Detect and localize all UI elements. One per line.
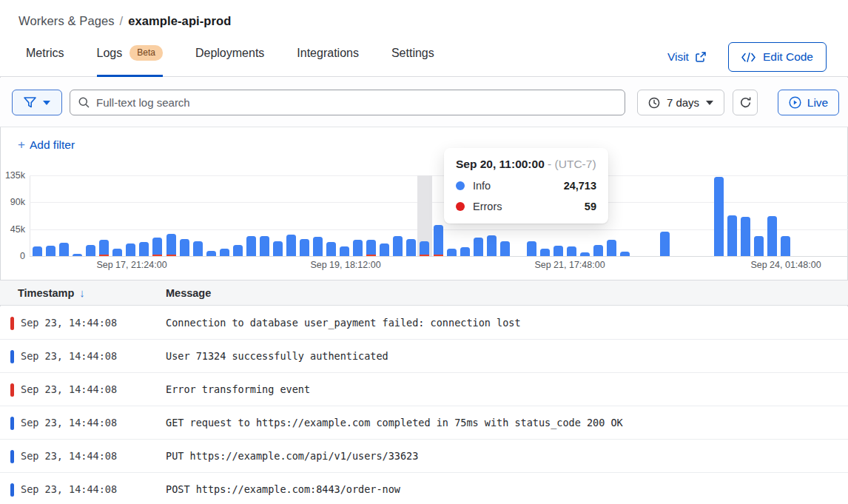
chart-bar[interactable] <box>553 246 563 256</box>
bar-errors-segment <box>434 255 443 256</box>
chart-bar[interactable] <box>99 240 109 256</box>
chart-bar[interactable] <box>420 241 429 256</box>
chart-bar[interactable] <box>474 238 483 256</box>
chart-bar[interactable] <box>139 242 149 256</box>
chart-bar[interactable] <box>152 238 162 256</box>
tab-deployments[interactable]: Deployments <box>195 45 264 77</box>
chart-bar[interactable] <box>487 235 497 256</box>
refresh-icon <box>739 96 752 109</box>
chart-bar[interactable] <box>767 216 777 256</box>
chart-tooltip: Sep 20, 11:00:00 - (UTC-7) Info 24,713 E… <box>444 148 608 224</box>
chart-bar[interactable] <box>246 236 256 256</box>
chart-bar[interactable] <box>447 249 457 256</box>
header-actions: Visit Edit Code <box>667 42 827 72</box>
filter-menu-button[interactable] <box>12 90 62 115</box>
bar-errors-segment <box>152 255 162 256</box>
live-button[interactable]: Live <box>778 90 839 115</box>
chart-bar[interactable] <box>313 237 323 256</box>
code-icon <box>741 53 756 62</box>
chart-bar[interactable] <box>326 242 336 256</box>
chart-bar[interactable] <box>567 246 576 256</box>
bar-info-segment <box>380 243 389 256</box>
chart-bar[interactable] <box>527 241 536 256</box>
chart-bar[interactable] <box>741 217 750 256</box>
visit-link[interactable]: Visit <box>667 50 706 64</box>
chart-bar[interactable] <box>366 240 376 256</box>
chart-bar[interactable] <box>593 245 603 256</box>
table-row[interactable]: Sep 23, 14:44:08 Connection to database … <box>0 306 848 340</box>
table-row[interactable]: Sep 23, 14:44:08 POST https://example.co… <box>0 473 848 504</box>
breadcrumb-root[interactable]: Workers & Pages <box>18 14 115 27</box>
plus-icon: + <box>18 138 25 152</box>
bar-errors-segment <box>366 255 376 256</box>
filter-bar: 7 days Live <box>0 78 848 127</box>
tooltip-timestamp: Sep 20, 11:00:00 <box>456 158 545 170</box>
chart-bar[interactable] <box>781 236 790 256</box>
table-row[interactable]: Sep 23, 14:44:08 User 71324 successfully… <box>0 340 848 373</box>
chart-bar[interactable] <box>300 239 309 256</box>
edit-code-button[interactable]: Edit Code <box>728 42 827 72</box>
chart-bar[interactable] <box>206 251 216 256</box>
table-row[interactable]: Sep 23, 14:44:08 PUT https://example.com… <box>0 440 848 473</box>
time-range-dropdown[interactable]: 7 days <box>637 90 724 115</box>
bar-info-segment <box>246 236 256 256</box>
chart-bar[interactable] <box>727 215 737 256</box>
chart-bar[interactable] <box>660 232 670 256</box>
chart-bar[interactable] <box>714 177 724 256</box>
search-box[interactable] <box>70 90 625 115</box>
severity-indicator <box>10 317 14 330</box>
chart-bar[interactable] <box>393 236 403 256</box>
refresh-button[interactable] <box>733 90 758 115</box>
tab-metrics[interactable]: Metrics <box>26 45 64 77</box>
chart-bar[interactable] <box>59 243 69 256</box>
chart-bar[interactable] <box>193 241 203 256</box>
chart-bar[interactable] <box>220 249 229 256</box>
column-header-timestamp[interactable]: Timestamp↓ <box>18 280 85 306</box>
chart-bar[interactable] <box>380 243 389 256</box>
chart-bar[interactable] <box>166 234 176 256</box>
chart-bar[interactable] <box>460 247 470 256</box>
bar-info-segment <box>593 245 603 256</box>
chart-bar[interactable] <box>754 236 764 256</box>
log-timestamp: Sep 23, 14:44:08 <box>21 373 117 406</box>
chart-bar[interactable] <box>180 239 189 256</box>
log-timestamp: Sep 23, 14:44:08 <box>21 473 117 504</box>
chart-bar[interactable] <box>353 240 363 256</box>
table-row[interactable]: Sep 23, 14:44:08 Error transforming even… <box>0 373 848 406</box>
bar-info-segment <box>607 240 616 256</box>
x-axis-line <box>30 256 848 257</box>
chart-bar[interactable] <box>607 240 616 256</box>
chart-bar[interactable] <box>434 225 443 256</box>
chart-bar[interactable] <box>46 246 55 256</box>
chart-bar[interactable] <box>620 252 630 256</box>
bar-info-segment <box>767 216 777 256</box>
tab-logs[interactable]: Logs Beta <box>97 45 163 77</box>
tab-integrations[interactable]: Integrations <box>297 45 359 77</box>
chart-bar[interactable] <box>540 249 550 256</box>
chart-bar[interactable] <box>112 249 122 256</box>
bar-info-segment <box>340 246 349 256</box>
chart-bar[interactable] <box>260 236 269 256</box>
column-header-message[interactable]: Message <box>166 280 211 306</box>
chart-bar[interactable] <box>273 241 283 256</box>
tab-settings[interactable]: Settings <box>391 45 434 77</box>
chart-bar[interactable] <box>86 245 95 256</box>
chart-bar[interactable] <box>580 252 590 256</box>
chart-bar[interactable] <box>33 246 42 256</box>
bar-info-segment <box>567 246 576 256</box>
tooltip-title: Sep 20, 11:00:00 - (UTC-7) <box>456 158 596 171</box>
x-axis-tick-label: Sep 21, 17:48:00 <box>534 260 605 270</box>
chart-bar[interactable] <box>286 235 296 256</box>
chart-bar[interactable] <box>500 241 510 256</box>
timestamp-column-label: Timestamp <box>18 287 74 299</box>
chart-bar[interactable] <box>126 243 135 256</box>
chart-bar[interactable] <box>406 239 416 256</box>
table-row[interactable]: Sep 23, 14:44:08 GET request to https://… <box>0 406 848 440</box>
search-input[interactable] <box>96 96 616 109</box>
bar-info-segment <box>46 246 55 256</box>
chart-bar[interactable] <box>73 254 82 256</box>
chart-bar[interactable] <box>340 246 349 256</box>
log-table-body: Sep 23, 14:44:08 Connection to database … <box>0 306 848 504</box>
chart-bar[interactable] <box>233 245 243 256</box>
add-filter-button[interactable]: + Add filter <box>18 138 75 152</box>
